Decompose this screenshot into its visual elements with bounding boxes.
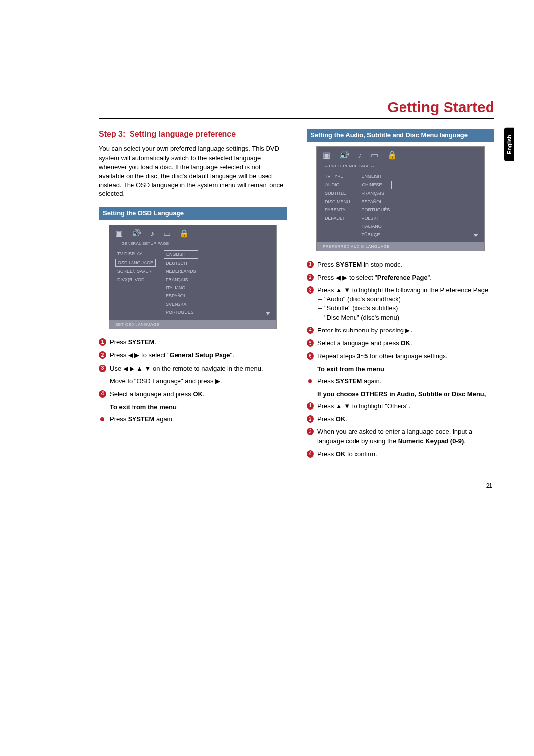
osd-left-list: TV DISPLAY OSD LANGUAGE SCREEN SAVER DIV… (115, 250, 156, 316)
page-title: Getting Started (99, 99, 494, 119)
list-item: ENGLISH (360, 173, 392, 180)
list-item: ESPAÑOL (360, 198, 392, 206)
step-1: 1Press SYSTEM. (99, 338, 287, 347)
section-bar-osd: Setting the OSD Language (99, 207, 287, 220)
exit-heading: To exit from the menu (317, 365, 494, 374)
step-1: 1Press SYSTEM in stop mode. (307, 260, 494, 269)
list-item: DISC MENU (323, 198, 352, 206)
list-item: TV DISPLAY (115, 250, 156, 258)
tv-icon: ▣ (323, 150, 330, 161)
list-item: ITALIANO (360, 223, 392, 230)
intro-paragraph: You can select your own preferred langua… (99, 144, 287, 198)
arrow-icons: ◀ ▶ (336, 274, 348, 281)
list-item: SCREEN SAVER (115, 268, 156, 275)
osd-subtitle: -- GENERAL SETUP PAGE -- (117, 241, 270, 246)
arrow-icons: ◀ ▶ ▲ ▼ (123, 365, 151, 372)
others-step-4: 4Press OK to confirm. (307, 450, 494, 459)
step-2: 2Press ◀ ▶ to select "General Setup Page… (99, 351, 287, 360)
list-item: ENGLISH (164, 250, 198, 259)
list-item: NEDERLANDS (164, 268, 198, 275)
list-item: FRANÇAIS (164, 276, 198, 284)
list-item: FRANÇAIS (360, 190, 392, 197)
osd-tab-icons: ▣ 🔊 ♪ ▭ 🔒 (323, 150, 478, 161)
osd-footer: SET OSD LANGUAGE (109, 320, 276, 329)
chevron-down-icon (473, 234, 478, 237)
speaker-icon: 🔊 (339, 150, 349, 161)
list-item: CHINESE (360, 181, 392, 189)
video-icon: ▭ (371, 150, 378, 161)
sublist-item: "Subtitle" (disc's subtitles) (318, 304, 494, 313)
step-number-icon: 4 (307, 327, 314, 334)
step-number-icon: 1 (307, 261, 314, 268)
step-number-icon: 1 (99, 338, 106, 346)
list-item: POLSKI (360, 215, 392, 222)
osd-footer: PREFERRED AUDIO LANGUAGE (317, 242, 484, 251)
page-number: 21 (99, 482, 494, 489)
osd-left-list: TV TYPE AUDIO SUBTITLE DISC MENU PARENTA… (323, 173, 352, 238)
step-number-icon: 6 (307, 352, 314, 360)
step-number-icon: 3 (99, 365, 106, 372)
osd-right-list: ENGLISH DEUTSCH NEDERLANDS FRANÇAIS ITAL… (164, 250, 198, 316)
list-item: PORTUGUÊS (360, 206, 392, 214)
step-4: 4Enter its submenu by pressing ▶. (307, 326, 494, 335)
lock-icon: 🔒 (387, 150, 397, 161)
steps-list-right: 1Press SYSTEM in stop mode. 2Press ◀ ▶ t… (307, 260, 494, 361)
list-item: DEFAULT (323, 215, 352, 222)
list-item: PORTUGUÊS (164, 309, 198, 316)
osd-general-setup: ▣ 🔊 ♪ ▭ 🔒 -- GENERAL SETUP PAGE -- TV DI… (109, 225, 277, 330)
step-number-icon: 1 (307, 402, 314, 410)
list-item: ESPAÑOL (164, 292, 198, 300)
sublist-item: "Disc Menu" (disc's menu) (318, 313, 494, 322)
step-heading: Step 3:Setting language preference (99, 129, 287, 140)
chevron-down-icon (266, 312, 270, 315)
osd-preference: ▣ 🔊 ♪ ▭ 🔒 -- PREFERENCE PAGE -- TV TYPE … (316, 146, 485, 251)
right-arrow-icon: ▶ (215, 378, 220, 385)
osd-subtitle: -- PREFERENCE PAGE -- (325, 163, 478, 169)
exit-heading: To exit from the menu (110, 403, 287, 412)
right-column: Setting the Audio, Subtitle and Disc Men… (307, 129, 494, 463)
step-number-icon: 3 (307, 286, 314, 294)
list-item: PARENTAL (323, 206, 352, 214)
others-step-1: 1Press ▲ ▼ to highlight "Others". (307, 402, 494, 411)
tv-icon: ▣ (115, 228, 123, 239)
others-heading: If you choose OTHERS in Audio, Subtitle … (317, 390, 494, 399)
audio-icon: ♪ (358, 150, 362, 161)
lock-icon: 🔒 (179, 228, 189, 239)
list-item: DEUTSCH (164, 260, 198, 267)
list-item: DIVX(R) VOD (115, 276, 156, 284)
section-bar-audio: Setting the Audio, Subtitle and Disc Men… (307, 129, 494, 142)
step-4: 4Select a language and press OK. (99, 390, 287, 399)
language-tab: English (504, 128, 514, 161)
list-item: SVENSKA (164, 301, 198, 308)
osd-tab-icons: ▣ 🔊 ♪ ▭ 🔒 (115, 228, 270, 239)
step-number-icon: 2 (307, 274, 314, 281)
step-3: 3Use ◀ ▶ ▲ ▼ on the remote to navigate i… (99, 364, 287, 386)
list-item: SUBTITLE (323, 190, 352, 197)
step-title: Setting language preference (130, 130, 236, 138)
step-number-icon: 2 (307, 415, 314, 423)
others-step-2: 2Press OK. (307, 415, 494, 424)
list-item: TV TYPE (323, 173, 352, 180)
step-6: 6Repeat steps 3~5 for other language set… (307, 352, 494, 361)
others-step-3: 3When you are asked to enter a language … (307, 427, 494, 445)
speaker-icon: 🔊 (132, 228, 141, 239)
step-number-icon: 3 (307, 428, 314, 435)
others-steps: 1Press ▲ ▼ to highlight "Others". 2Press… (307, 402, 494, 459)
step-2: 2Press ◀ ▶ to select "Preference Page". (307, 273, 494, 282)
steps-list-left: 1Press SYSTEM. 2Press ◀ ▶ to select "Gen… (99, 338, 287, 399)
exit-step: Press SYSTEM again. (99, 415, 287, 424)
exit-step: Press SYSTEM again. (307, 377, 494, 386)
step-number-icon: 2 (99, 351, 106, 359)
step-label: Step 3: (99, 129, 130, 140)
right-arrow-icon: ▶ (405, 327, 410, 334)
osd-right-list: ENGLISH CHINESE FRANÇAIS ESPAÑOL PORTUGU… (360, 173, 392, 238)
step-number-icon: 4 (99, 390, 106, 398)
sublist: "Audio" (disc's soundtrack) "Subtitle" (… (318, 295, 494, 322)
bullet-icon (100, 417, 104, 421)
bullet-icon (308, 379, 312, 383)
video-icon: ▭ (163, 228, 171, 239)
sublist-item: "Audio" (disc's soundtrack) (318, 295, 494, 304)
step-number-icon: 4 (307, 450, 314, 458)
list-item: TÜRKÇE (360, 231, 392, 238)
audio-icon: ♪ (150, 228, 154, 239)
